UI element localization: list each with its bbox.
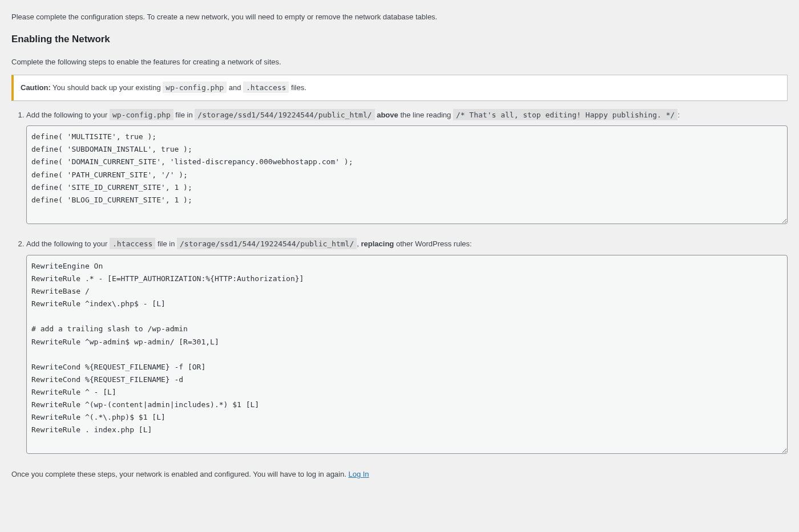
step1-bold-above: above [377,111,398,119]
caution-paragraph: Caution: You should back up your existin… [21,82,780,94]
step2-text-3: , [357,239,361,248]
caution-notice: Caution: You should back up your existin… [11,75,788,101]
htaccess-code-textarea[interactable] [26,255,788,454]
subtitle-text: Complete the following steps to enable t… [11,56,788,68]
step2-code-path: /storage/ssd1/544/19224544/public_html/ [177,238,357,249]
step1-text-1: Add the following to your [26,111,110,119]
caution-text-1: You should back up your existing [51,83,163,92]
steps-list: Add the following to your wp-config.php … [26,109,788,457]
step-2-instruction: Add the following to your .htaccess file… [26,238,788,250]
caution-text-2: and [227,83,243,92]
step1-code-path: /storage/ssd1/544/19224544/public_html/ [195,109,374,120]
step2-text-4: other WordPress rules: [394,239,471,248]
caution-code-wpconfig: wp-config.php [163,82,227,93]
step2-bold-replacing: replacing [361,239,394,248]
caution-text-3: files. [289,83,306,92]
step2-text-2: file in [155,239,177,248]
intro-text: Please complete the configuration steps.… [11,11,788,23]
step-1-instruction: Add the following to your wp-config.php … [26,109,788,121]
caution-code-htaccess: .htaccess [243,82,289,93]
step-1: Add the following to your wp-config.php … [26,109,788,228]
step1-code-file: wp-config.php [110,109,173,120]
step1-text-4: the line reading [398,111,453,119]
caution-label: Caution: [21,83,51,92]
step1-text-2: file in [173,111,195,119]
login-link[interactable]: Log In [348,470,369,478]
step2-text-1: Add the following to your [26,239,110,248]
step-2: Add the following to your .htaccess file… [26,238,788,457]
step1-text-5: : [677,111,680,119]
wpconfig-code-textarea[interactable] [26,125,788,224]
closing-paragraph: Once you complete these steps, your netw… [11,469,788,480]
step1-code-line: /* That's all, stop editing! Happy publi… [453,109,678,120]
section-heading: Enabling the Network [11,32,788,46]
closing-text: Once you complete these steps, your netw… [11,470,348,478]
step2-code-file: .htaccess [110,238,155,249]
